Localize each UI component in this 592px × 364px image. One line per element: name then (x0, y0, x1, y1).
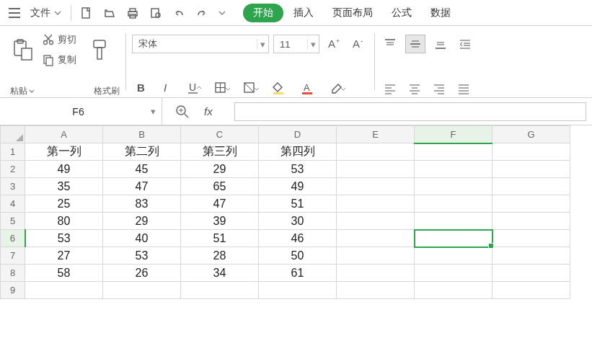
cell[interactable] (337, 143, 415, 161)
cell[interactable]: 29 (103, 213, 181, 230)
cell[interactable] (259, 282, 337, 299)
row-header[interactable]: 7 (1, 247, 25, 265)
cell[interactable]: 53 (103, 247, 181, 265)
cell[interactable] (337, 195, 415, 213)
undo-icon[interactable] (168, 4, 190, 22)
cell[interactable]: 35 (25, 178, 103, 195)
cell[interactable]: 第三列 (181, 143, 259, 161)
decrease-font-icon[interactable]: A- (348, 35, 368, 53)
menu-icon[interactable] (4, 5, 25, 21)
cell[interactable]: 53 (25, 230, 103, 247)
cell[interactable] (492, 230, 570, 247)
increase-font-icon[interactable]: A+ (324, 35, 344, 53)
cell[interactable] (337, 161, 415, 178)
align-right-icon[interactable] (430, 80, 449, 97)
spreadsheet-grid[interactable]: ABCDEFG1第一列第二列第三列第四列24945295333547654942… (0, 125, 592, 299)
cell[interactable] (415, 282, 492, 299)
cell[interactable] (415, 143, 492, 161)
column-header[interactable]: A (25, 126, 103, 143)
cell[interactable]: 46 (259, 230, 337, 247)
align-bottom-icon[interactable] (431, 35, 450, 53)
paste-button[interactable] (9, 37, 36, 63)
new-doc-icon[interactable] (76, 4, 97, 22)
column-header[interactable]: B (103, 126, 181, 143)
align-center-icon[interactable] (405, 80, 424, 97)
cell[interactable] (415, 178, 492, 195)
row-header[interactable]: 8 (1, 265, 25, 282)
tab-start[interactable]: 开始 (243, 4, 283, 22)
row-header[interactable]: 5 (1, 213, 25, 230)
cell[interactable]: 40 (103, 230, 181, 247)
cell[interactable] (337, 247, 415, 265)
cell[interactable] (415, 265, 492, 282)
bold-icon[interactable]: B (132, 79, 151, 97)
column-header[interactable]: D (259, 126, 337, 143)
cell[interactable]: 29 (181, 161, 259, 178)
fill-color-icon[interactable] (269, 79, 291, 97)
row-header[interactable]: 3 (1, 178, 25, 195)
cell[interactable]: 26 (103, 265, 181, 282)
cell[interactable]: 27 (25, 247, 103, 265)
cell[interactable] (492, 282, 570, 299)
tab-data[interactable]: 数据 (422, 4, 459, 22)
cell[interactable] (492, 213, 570, 230)
cell[interactable]: 51 (259, 195, 337, 213)
cell[interactable] (415, 195, 492, 213)
align-left-icon[interactable] (381, 80, 399, 97)
cell[interactable]: 28 (181, 247, 259, 265)
font-color-icon[interactable]: A (298, 79, 319, 97)
cell[interactable] (492, 195, 570, 213)
align-top-icon[interactable] (381, 35, 399, 53)
file-menu[interactable]: 文件 (26, 4, 66, 22)
cell[interactable] (103, 282, 181, 299)
cell[interactable] (181, 282, 259, 299)
cell[interactable] (492, 143, 570, 161)
underline-icon[interactable]: U (184, 79, 204, 97)
cell[interactable] (492, 178, 570, 195)
align-middle-icon[interactable] (405, 35, 425, 53)
row-header[interactable]: 2 (1, 161, 25, 178)
cell[interactable]: 51 (181, 230, 259, 247)
cell[interactable]: 第二列 (103, 143, 181, 161)
formula-input[interactable] (234, 102, 586, 121)
cell[interactable]: 80 (25, 213, 103, 230)
cell[interactable] (337, 178, 415, 195)
cell[interactable]: 47 (103, 178, 181, 195)
cell[interactable] (415, 247, 492, 265)
cell[interactable]: 61 (259, 265, 337, 282)
clear-format-icon[interactable] (327, 79, 348, 97)
row-header[interactable]: 9 (1, 282, 25, 299)
cell[interactable]: 53 (259, 161, 337, 178)
cell[interactable]: 25 (25, 195, 103, 213)
format-painter-button[interactable] (87, 37, 112, 63)
cell[interactable]: 45 (103, 161, 181, 178)
open-icon[interactable] (99, 4, 120, 22)
print-preview-icon[interactable] (145, 4, 167, 22)
column-header[interactable]: F (415, 126, 492, 143)
font-size-select[interactable]: 11 ▾ (273, 35, 319, 53)
row-header[interactable]: 4 (1, 195, 25, 213)
tab-insert[interactable]: 插入 (285, 4, 322, 22)
border-icon[interactable] (211, 79, 233, 97)
select-all-corner[interactable] (1, 126, 25, 143)
cell[interactable]: 30 (259, 213, 337, 230)
cut-button[interactable]: 剪切 (40, 30, 78, 49)
redo-icon[interactable] (191, 4, 213, 22)
italic-icon[interactable]: I (158, 79, 177, 97)
cell[interactable] (25, 282, 103, 299)
justify-icon[interactable] (454, 80, 473, 97)
row-header[interactable]: 6 (1, 230, 25, 247)
cell[interactable] (492, 161, 570, 178)
cell[interactable]: 65 (181, 178, 259, 195)
tab-layout[interactable]: 页面布局 (324, 4, 381, 22)
font-name-select[interactable]: 宋体 ▾ (132, 35, 269, 53)
cell[interactable]: 34 (181, 265, 259, 282)
cell[interactable]: 50 (259, 247, 337, 265)
cell[interactable]: 83 (103, 195, 181, 213)
cell-style-icon[interactable] (240, 79, 262, 97)
copy-button[interactable]: 复制 (40, 50, 78, 69)
fx-icon[interactable]: fx (201, 102, 224, 122)
cell[interactable]: 39 (181, 213, 259, 230)
cell[interactable]: 47 (181, 195, 259, 213)
dropdown-icon[interactable] (214, 6, 230, 19)
